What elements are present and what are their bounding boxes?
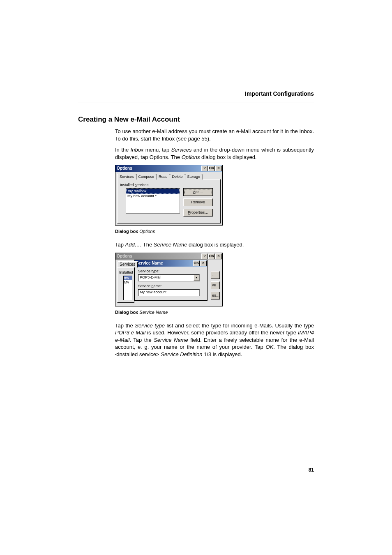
options-window: Options ? OK × Services Compose Read Del…	[115, 165, 223, 226]
window-body: Services Compose Read Delete Storage Ins…	[115, 172, 222, 225]
close-icon: ×	[215, 253, 222, 259]
screenshot-options-dialog: Options ? OK × Services Compose Read Del…	[115, 165, 314, 226]
help-icon: ?	[201, 253, 208, 259]
text: To use another e-Mail address you must c…	[115, 128, 314, 142]
italic-add: Add…	[125, 242, 140, 248]
screenshot-service-name-dialog: Options ? OK × Services Installed my My	[115, 253, 314, 306]
caption-label: Dialog box	[115, 310, 138, 315]
tab-read[interactable]: Read	[156, 174, 170, 180]
remove-button-edge: ve	[211, 281, 220, 289]
header-rule	[78, 103, 314, 103]
caption-1: Dialog box Options	[115, 229, 314, 234]
text: Service	[138, 284, 152, 288]
list-item[interactable]: My new account *	[126, 194, 180, 198]
help-icon[interactable]: ?	[201, 166, 208, 171]
add-button[interactable]: Add…	[183, 188, 213, 196]
list-item-bg: my	[124, 276, 132, 280]
tab-delete[interactable]: Delete	[170, 174, 185, 180]
text: dialog box is displayed.	[187, 242, 244, 248]
caption-2: Dialog box Service Name	[115, 310, 314, 315]
ok-button: OK	[208, 253, 215, 259]
services-listbox[interactable]: my mailbox My new account *	[126, 188, 180, 214]
tab-storage[interactable]: Storage	[185, 174, 203, 180]
text: dialog box is displayed.	[200, 154, 256, 160]
tab-strip: Services Compose Read Delete Storage	[117, 174, 221, 180]
italic-service-type: Service type	[135, 322, 165, 329]
properties-button[interactable]: Properties…	[183, 209, 213, 216]
italic-service-name: Service Name	[154, 242, 187, 248]
tab-services-bg: Services	[117, 261, 138, 267]
paragraph-4: Tap the Service type list and select the…	[115, 322, 314, 358]
text: Tap	[115, 242, 125, 248]
italic-inbox: Inbox	[131, 147, 144, 153]
service-name-input[interactable]: My new account	[138, 289, 200, 296]
text: is used. However, some providers already…	[145, 329, 298, 336]
service-type-label: Service type:	[138, 269, 204, 273]
text: . Tap the	[129, 337, 154, 343]
service-name-dialog: Service Name OK × Service type: POP3-E-M…	[134, 260, 211, 301]
running-header: Important Configurations	[78, 90, 314, 100]
service-type-combobox[interactable]: POP3-E-Mail ▾	[138, 274, 200, 281]
paragraph-1: To use another e-Mail address you must c…	[115, 128, 314, 142]
italic-service-definition: Service Definition	[161, 351, 202, 357]
text: Installed	[120, 183, 135, 187]
text: ervices:	[137, 183, 150, 187]
close-icon[interactable]: ×	[215, 166, 222, 171]
window-title: Service Name	[135, 260, 193, 267]
italic-pop3: POP3 e-Mail	[115, 329, 145, 336]
text: Tap the	[115, 322, 135, 329]
installed-label-bg: Installed	[119, 270, 133, 274]
ok-button[interactable]: OK	[208, 166, 215, 171]
window-title-bg: Options	[115, 253, 201, 260]
text: ype:	[152, 269, 159, 273]
page-number: 81	[309, 467, 314, 473]
list-item[interactable]: my mailbox	[126, 189, 180, 194]
italic-services: Services	[171, 147, 192, 153]
service-name-label: Service name:	[138, 284, 204, 288]
caption-label: Dialog box	[115, 229, 138, 234]
text: menu, tap	[143, 147, 171, 153]
italic-options: Options	[182, 154, 200, 160]
text: 1/3 is displayed.	[202, 351, 242, 357]
caption-name: Service Name	[139, 310, 168, 315]
properties-button-edge: es…	[211, 292, 220, 299]
italic-service-name-2: Service Name	[154, 337, 188, 343]
ok-button[interactable]: OK	[193, 260, 200, 266]
paragraph-3: Tap Add…. The Service Name dialog box is…	[115, 241, 314, 249]
titlebar-inactive: Options ? OK ×	[115, 253, 222, 260]
tab-compose[interactable]: Compose	[136, 174, 157, 180]
text: dd…	[196, 190, 203, 194]
window-title: Options	[115, 165, 201, 172]
text: In the	[115, 147, 131, 153]
window-body-bg: Services Installed my My	[115, 260, 222, 306]
caption-name: Options	[139, 229, 155, 234]
close-icon[interactable]: ×	[200, 260, 207, 266]
titlebar[interactable]: Service Name OK ×	[135, 260, 207, 267]
bg-right-slice: … ve es…	[211, 260, 221, 302]
installed-services-label: Installed services:	[120, 183, 218, 187]
chevron-down-icon[interactable]: ▾	[194, 275, 199, 281]
remove-button[interactable]: Remove	[183, 198, 213, 206]
text: . The	[140, 242, 154, 248]
italic-ok: OK	[266, 344, 274, 350]
bg-left-slice: Services Installed my My	[117, 260, 134, 303]
section-heading: Creating a New e-Mail Account	[78, 115, 314, 124]
header-title: Important Configurations	[245, 90, 314, 97]
combo-value: POP3-E-Mail	[138, 275, 194, 281]
text: emove	[194, 200, 205, 204]
text: roperties…	[190, 210, 208, 214]
tab-panel-services: Installed services: my mailbox My new ac…	[117, 179, 221, 223]
text: list and select the type for incoming e-…	[165, 322, 314, 329]
list-item-bg: My	[124, 280, 132, 284]
add-button-edge: …	[211, 271, 220, 279]
tab-services[interactable]: Services	[117, 174, 136, 180]
titlebar[interactable]: Options ? OK ×	[115, 165, 222, 172]
text: ame:	[154, 284, 162, 288]
options-window-bg: Options ? OK × Services Installed my My	[115, 253, 223, 306]
paragraph-2: In the Inbox menu, tap Services and in t…	[115, 146, 314, 161]
text: Service	[138, 269, 152, 273]
